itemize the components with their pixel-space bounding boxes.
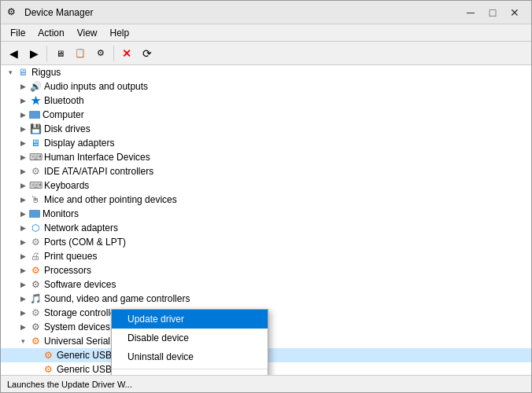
icon-computer-node bbox=[29, 111, 40, 119]
label-sound: Sound, video and game controllers bbox=[44, 293, 190, 304]
toggle-disk[interactable]: ▶ bbox=[17, 123, 29, 135]
toggle-processors[interactable]: ▶ bbox=[17, 264, 29, 277]
icon-usb: ⚙ bbox=[29, 335, 42, 347]
label-print: Print queues bbox=[44, 251, 97, 262]
menu-file[interactable]: File bbox=[4, 26, 31, 40]
tree-item-processors[interactable]: ▶ ⚙ Processors bbox=[1, 263, 531, 277]
toggle-sound[interactable]: ▶ bbox=[17, 292, 29, 305]
minimize-button[interactable]: ─ bbox=[460, 5, 481, 20]
title-bar: ⚙ Device Manager ─ □ ✕ bbox=[1, 1, 531, 24]
context-menu-scan[interactable]: Scan for hardware changes bbox=[112, 372, 268, 375]
icon-software: ⚙ bbox=[29, 278, 42, 291]
toggle-display[interactable]: ▶ bbox=[17, 137, 29, 149]
status-text: Launches the Update Driver W... bbox=[7, 380, 132, 389]
maximize-button[interactable]: □ bbox=[482, 5, 503, 20]
device-manager-window: ⚙ Device Manager ─ □ ✕ File Action View … bbox=[0, 0, 532, 393]
label-human: Human Interface Devices bbox=[44, 152, 150, 163]
toolbar: ◀ ▶ 🖥 📋 ⚙ ✕ ⟳ bbox=[1, 42, 531, 65]
tree-item-software[interactable]: ▶ ⚙ Software devices bbox=[1, 277, 531, 292]
label-processors: Processors bbox=[44, 265, 91, 276]
tree-item-ide[interactable]: ▶ ⚙ IDE ATA/ATAPI controllers bbox=[1, 164, 531, 178]
toggle-print[interactable]: ▶ bbox=[17, 250, 29, 263]
toggle-software[interactable]: ▶ bbox=[17, 278, 29, 291]
app-icon: ⚙ bbox=[7, 6, 20, 19]
tree-item-print[interactable]: ▶ 🖨 Print queues bbox=[1, 249, 531, 263]
icon-ide: ⚙ bbox=[29, 165, 42, 178]
label-keyboards: Keyboards bbox=[44, 180, 89, 191]
toggle-audio[interactable]: ▶ bbox=[17, 80, 29, 93]
toolbar-show-resources[interactable]: 📋 bbox=[71, 44, 90, 63]
label-disk: Disk drives bbox=[44, 123, 91, 134]
context-menu-disable[interactable]: Disable device bbox=[112, 329, 268, 347]
tree-item-monitors[interactable]: ▶ Monitors bbox=[1, 207, 531, 221]
tree-item-display[interactable]: ▶ 🖥 Display adapters bbox=[1, 136, 531, 150]
tree-item-bluetooth[interactable]: ▶ ★ Bluetooth bbox=[1, 94, 531, 108]
menu-help[interactable]: Help bbox=[104, 26, 136, 40]
toggle-riggus[interactable]: ▾ bbox=[4, 66, 17, 79]
toggle-ide[interactable]: ▶ bbox=[17, 165, 29, 178]
toolbar-show-devices[interactable]: 🖥 bbox=[50, 44, 69, 63]
icon-storage: ⚙ bbox=[29, 307, 42, 319]
tree-item-human[interactable]: ▶ ⌨ Human Interface Devices bbox=[1, 150, 531, 164]
tree-item-sound[interactable]: ▶ 🎵 Sound, video and game controllers bbox=[1, 292, 531, 306]
label-computer: Computer bbox=[42, 109, 84, 120]
icon-disk: 💾 bbox=[29, 123, 42, 135]
icon-print: 🖨 bbox=[29, 250, 42, 263]
toolbar-back[interactable]: ◀ bbox=[4, 44, 23, 63]
toggle-human[interactable]: ▶ bbox=[17, 151, 29, 163]
icon-keyboard: ⌨ bbox=[29, 179, 42, 192]
toolbar-properties[interactable]: ⚙ bbox=[91, 44, 110, 63]
toolbar-scan[interactable]: ⟳ bbox=[138, 44, 157, 63]
label-riggus: Riggus bbox=[31, 67, 61, 78]
menu-view[interactable]: View bbox=[71, 26, 104, 40]
tree-item-ports[interactable]: ▶ ⚙ Ports (COM & LPT) bbox=[1, 235, 531, 249]
toggle-network[interactable]: ▶ bbox=[17, 222, 29, 234]
context-menu-update[interactable]: Update driver bbox=[112, 310, 268, 329]
toolbar-sep-1 bbox=[46, 46, 47, 61]
tree-item-network[interactable]: ▶ ⬡ Network adapters bbox=[1, 221, 531, 235]
icon-processor: ⚙ bbox=[29, 264, 42, 277]
toggle-bluetooth[interactable]: ▶ bbox=[17, 94, 29, 107]
icon-computer: 🖥 bbox=[17, 66, 29, 79]
label-mice: Mice and other pointing devices bbox=[44, 194, 177, 205]
label-software: Software devices bbox=[44, 279, 116, 290]
toolbar-sep-2 bbox=[113, 46, 114, 61]
menu-action[interactable]: Action bbox=[31, 26, 70, 40]
label-monitors: Monitors bbox=[42, 208, 79, 219]
toggle-ports[interactable]: ▶ bbox=[17, 236, 29, 248]
icon-sound: 🎵 bbox=[29, 292, 42, 305]
icon-device-2: ⚙ bbox=[42, 363, 54, 375]
tree-item-keyboards[interactable]: ▶ ⌨ Keyboards bbox=[1, 178, 531, 193]
window-title: Device Manager bbox=[24, 7, 460, 18]
icon-monitor bbox=[29, 210, 40, 218]
label-audio: Audio inputs and outputs bbox=[44, 81, 148, 92]
label-display: Display adapters bbox=[44, 138, 114, 149]
toggle-system[interactable]: ▶ bbox=[17, 321, 29, 333]
context-menu-uninstall[interactable]: Uninstall device bbox=[112, 347, 268, 366]
tree-item-riggus[interactable]: ▾ 🖥 Riggus bbox=[1, 65, 531, 79]
icon-mouse: 🖱 bbox=[29, 193, 42, 206]
menu-bar: File Action View Help bbox=[1, 24, 531, 42]
toggle-mice[interactable]: ▶ bbox=[17, 193, 29, 206]
tree-item-mice[interactable]: ▶ 🖱 Mice and other pointing devices bbox=[1, 193, 531, 207]
icon-human: ⌨ bbox=[29, 151, 42, 163]
icon-device-1: ⚙ bbox=[42, 349, 54, 362]
tree-item-computer[interactable]: ▶ Computer bbox=[1, 108, 531, 122]
label-ports: Ports (COM & LPT) bbox=[44, 237, 126, 248]
label-system: System devices bbox=[44, 321, 110, 332]
toolbar-forward[interactable]: ▶ bbox=[24, 44, 43, 63]
status-bar: Launches the Update Driver W... bbox=[1, 375, 531, 392]
icon-bluetooth: ★ bbox=[29, 94, 42, 107]
toggle-keyboards[interactable]: ▶ bbox=[17, 179, 29, 192]
toggle-computer[interactable]: ▶ bbox=[17, 108, 29, 121]
tree-item-disk[interactable]: ▶ 💾 Disk drives bbox=[1, 122, 531, 136]
toggle-storage[interactable]: ▶ bbox=[17, 307, 29, 319]
toolbar-uninstall[interactable]: ✕ bbox=[117, 44, 136, 63]
label-network: Network adapters bbox=[44, 222, 118, 233]
toggle-usb[interactable]: ▾ bbox=[17, 335, 29, 347]
toggle-monitors[interactable]: ▶ bbox=[17, 208, 29, 220]
close-button[interactable]: ✕ bbox=[504, 5, 525, 20]
label-bluetooth: Bluetooth bbox=[44, 95, 84, 106]
icon-ports: ⚙ bbox=[29, 236, 42, 248]
tree-item-audio[interactable]: ▶ 🔊 Audio inputs and outputs bbox=[1, 79, 531, 94]
